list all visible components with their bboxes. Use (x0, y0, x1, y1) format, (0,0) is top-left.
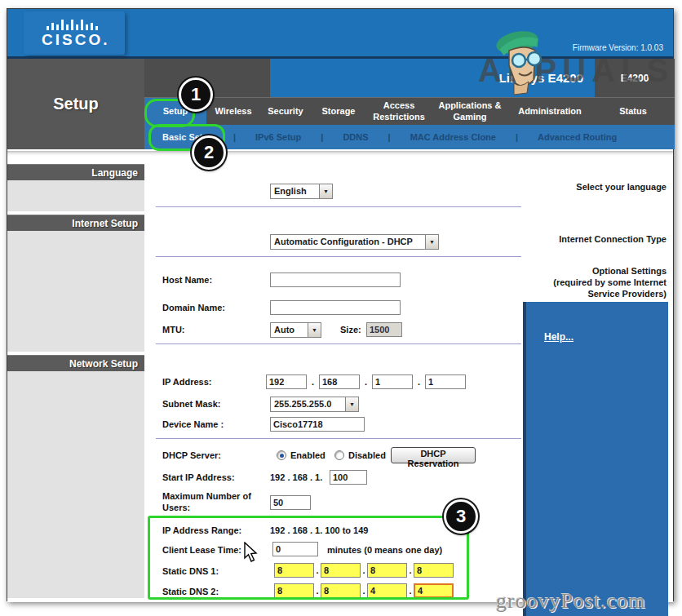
annotation-badge-1: 1 (179, 78, 213, 112)
subnav-separator: | (233, 132, 236, 142)
mtu-select[interactable]: Auto ▼ (270, 322, 321, 338)
tab-storage[interactable]: Storage (311, 98, 366, 125)
ip-octet-input[interactable] (266, 374, 307, 389)
groovypost-watermark: groovyPost.com (496, 589, 646, 614)
annotation-box-dhcp-range (148, 516, 469, 600)
subnet-mask-label: Subnet Mask: (162, 399, 221, 409)
subnet-mask-select[interactable]: 255.255.255.0 ▼ (270, 397, 359, 412)
tab-applications-gaming[interactable]: Applications & Gaming (432, 98, 508, 125)
router-admin-window: CISCO. Firmware Version: 1.0.03 Setup Li… (7, 8, 674, 601)
start-ip-label: Start IP Address: (162, 472, 235, 482)
annotation-badge-3: 3 (444, 499, 478, 534)
divider (156, 438, 521, 439)
mouse-cursor-icon (243, 542, 261, 563)
sidebar-block-network (7, 371, 144, 598)
octet-dot: . (360, 377, 372, 387)
subnav-item-mac-address-clone[interactable]: MAC Address Clone (410, 132, 496, 142)
header-bar: CISCO. Firmware Version: 1.0.03 (7, 9, 673, 59)
size-input (366, 322, 402, 337)
radio-enabled-icon[interactable] (277, 450, 286, 460)
enabled-label: Enabled (290, 450, 326, 460)
size-label: Size: (340, 325, 361, 335)
ip-address-label: IP Address: (162, 377, 212, 387)
page-title: Setup (7, 59, 144, 149)
max-users-input[interactable] (270, 495, 311, 510)
start-ip-prefix: 192 . 168 . 1. (270, 472, 322, 482)
language-select[interactable]: English ▼ (270, 184, 333, 199)
octet-dot: . (413, 377, 425, 387)
divider (156, 206, 521, 207)
dropdown-arrow-icon[interactable]: ▼ (308, 322, 321, 338)
firmware-version: Firmware Version: 1.0.03 (573, 43, 663, 52)
content-rule (7, 151, 673, 156)
subnav-item-ddns[interactable]: DDNS (343, 132, 368, 142)
help-link[interactable]: Help... (544, 331, 574, 343)
divider (156, 256, 521, 257)
tab-wireless[interactable]: Wireless (206, 98, 260, 125)
help-panel: Help... (523, 302, 668, 616)
device-name-input[interactable] (270, 417, 365, 432)
sidebar-label-connection-type: Internet Connection Type (559, 234, 666, 246)
dhcp-server-label: DHCP Server: (162, 450, 221, 460)
max-users-label: Maximum Number of Users: (162, 490, 254, 514)
disabled-label: Disabled (348, 450, 386, 460)
host-name-input[interactable] (270, 273, 401, 287)
sidebar-block-internet (7, 231, 144, 352)
domain-name-label: Domain Name: (162, 303, 225, 312)
annotation-badge-2: 2 (192, 135, 226, 170)
sidebar-section-internet-setup: Internet Setup (7, 215, 144, 231)
radio-disabled-icon[interactable] (334, 450, 344, 460)
ip-octet-input[interactable] (319, 374, 360, 389)
host-name-label: Host Name: (162, 275, 212, 285)
dropdown-arrow-icon[interactable]: ▼ (425, 234, 439, 250)
tab-status[interactable]: Status (591, 98, 675, 125)
mtu-label: MTU: (162, 325, 185, 335)
tab-security[interactable]: Security (260, 98, 311, 125)
subnav-item-advanced-routing[interactable]: Advanced Routing (538, 132, 617, 142)
dropdown-arrow-icon[interactable]: ▼ (345, 397, 359, 412)
divider (156, 343, 521, 344)
connection-type-select[interactable]: Automatic Configuration - DHCP ▼ (270, 234, 439, 250)
sidebar-section-language: Language (7, 164, 144, 180)
sidebar-label-select-language: Select your language (576, 182, 666, 193)
sidebar-label-optional-settings: Optional Settings (required by some Inte… (553, 266, 666, 299)
ip-octet-input[interactable] (372, 374, 413, 389)
device-name-label: Device Name : (162, 419, 224, 429)
ip-octet-input[interactable] (425, 374, 466, 389)
sidebar-section-network-setup: Network Setup (7, 355, 144, 371)
cisco-logo-text: CISCO. (42, 31, 109, 49)
sidebar-block-language (7, 180, 144, 211)
subnav-separator: | (516, 132, 518, 142)
subnav-item-ipv6-setup[interactable]: IPv6 Setup (255, 132, 301, 142)
cisco-logo: CISCO. (24, 11, 125, 55)
cisco-logo-bars-icon (46, 17, 104, 30)
subnav-separator: | (321, 132, 323, 142)
dhcp-reservation-button[interactable]: DHCP Reservation (391, 447, 476, 463)
nav-bar: Setup Wireless Security Storage Access R… (144, 97, 675, 125)
tab-access-restrictions[interactable]: Access Restrictions (366, 98, 432, 125)
tab-administration[interactable]: Administration (508, 98, 591, 125)
octet-dot: . (307, 377, 319, 387)
start-ip-input[interactable] (330, 470, 367, 485)
dropdown-arrow-icon[interactable]: ▼ (319, 184, 333, 199)
domain-name-input[interactable] (270, 300, 401, 315)
subnav-separator: | (388, 132, 391, 142)
ip-address-octets: . . . (266, 374, 466, 389)
appuals-mascot-icon (489, 29, 550, 96)
